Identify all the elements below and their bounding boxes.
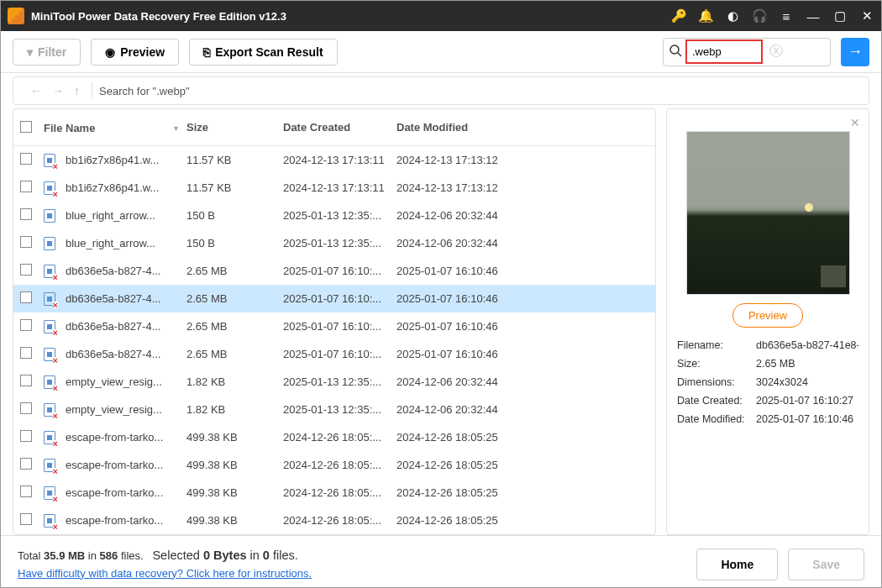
preview-open-button[interactable]: Preview: [732, 303, 803, 328]
file-name: db636e5a-b827-4...: [66, 292, 160, 305]
file-created: 2025-01-13 12:35:...: [283, 237, 396, 249]
row-checkbox[interactable]: [20, 402, 32, 414]
row-checkbox[interactable]: [20, 291, 32, 303]
globe-icon[interactable]: ◐: [725, 8, 740, 24]
preview-button[interactable]: ◉ Preview: [91, 39, 179, 66]
file-created: 2025-01-13 12:35:...: [283, 403, 396, 416]
close-icon[interactable]: ✕: [859, 8, 874, 24]
col-header-name[interactable]: File Name▾: [44, 121, 186, 135]
export-icon: ⎘: [203, 45, 210, 59]
file-size: 499.38 KB: [186, 459, 283, 471]
file-modified: 2024-12-06 20:32:44: [396, 237, 648, 249]
col-header-created[interactable]: Date Created: [283, 121, 396, 135]
col-header-size[interactable]: Size: [186, 121, 283, 135]
search-icon: [664, 44, 687, 60]
file-icon: [44, 514, 55, 528]
search-input[interactable]: [692, 45, 759, 58]
row-checkbox[interactable]: [20, 264, 32, 276]
help-link[interactable]: Have difficulty with data recovery? Clic…: [18, 567, 312, 580]
headphones-icon[interactable]: 🎧: [752, 8, 767, 24]
nav-forward-icon[interactable]: →: [47, 81, 69, 101]
row-checkbox[interactable]: [20, 181, 32, 192]
detail-value-filename: db636e5a-b827-41e8-8: [756, 339, 858, 351]
row-checkbox[interactable]: [20, 319, 32, 331]
minimize-icon[interactable]: —: [806, 8, 821, 24]
row-checkbox[interactable]: [20, 236, 32, 248]
file-icon: [44, 320, 55, 333]
svg-point-0: [670, 45, 679, 54]
eye-icon: ◉: [105, 45, 115, 59]
table-row[interactable]: bb1i6z7x86p41.w...11.57 KB2024-12-13 17:…: [13, 146, 655, 174]
row-checkbox[interactable]: [20, 208, 32, 220]
file-modified: 2024-12-13 17:13:12: [396, 154, 648, 166]
table-row[interactable]: escape-from-tarko...499.38 KB2024-12-26 …: [13, 507, 655, 534]
table-row[interactable]: escape-from-tarko...499.38 KB2024-12-26 …: [13, 479, 655, 507]
file-icon: [44, 209, 55, 223]
maximize-icon[interactable]: ▢: [832, 8, 848, 24]
table-row[interactable]: blue_right_arrow...150 B2025-01-13 12:35…: [13, 229, 655, 257]
file-icon: [44, 154, 55, 167]
table-row[interactable]: escape-from-tarko...499.38 KB2024-12-26 …: [13, 451, 655, 479]
close-preview-icon[interactable]: ✕: [850, 116, 860, 129]
file-created: 2024-12-13 17:13:11: [283, 154, 396, 166]
table-row[interactable]: db636e5a-b827-4...2.65 MB2025-01-07 16:1…: [13, 340, 655, 368]
file-name: escape-from-tarko...: [66, 514, 163, 527]
table-body[interactable]: bb1i6z7x86p41.w...11.57 KB2024-12-13 17:…: [13, 146, 655, 534]
nav-up-icon[interactable]: ↑: [69, 81, 85, 101]
file-size: 499.38 KB: [186, 514, 283, 527]
row-checkbox[interactable]: [20, 153, 32, 165]
clear-search-icon[interactable]: ⓧ: [763, 43, 790, 60]
table-row[interactable]: bb1i6z7x86p41.w...11.57 KB2024-12-13 17:…: [13, 174, 655, 202]
bell-icon[interactable]: 🔔: [698, 8, 713, 24]
file-name: escape-from-tarko...: [66, 486, 163, 499]
sort-indicator-icon: ▾: [174, 123, 178, 133]
col-header-modified[interactable]: Date Modified: [396, 121, 648, 135]
file-name: bb1i6z7x86p41.w...: [66, 154, 159, 166]
file-size: 2.65 MB: [186, 265, 283, 277]
row-checkbox[interactable]: [20, 513, 32, 525]
row-checkbox[interactable]: [20, 458, 32, 470]
file-size: 1.82 KB: [186, 403, 283, 416]
file-created: 2025-01-07 16:10:...: [283, 348, 396, 360]
file-created: 2024-12-13 17:13:11: [283, 181, 396, 194]
file-name: escape-from-tarko...: [66, 459, 163, 471]
file-name: escape-from-tarko...: [66, 431, 163, 444]
file-created: 2025-01-07 16:10:...: [283, 292, 396, 305]
file-created: 2025-01-13 12:35:...: [283, 209, 396, 222]
table-row[interactable]: db636e5a-b827-4...2.65 MB2025-01-07 16:1…: [13, 285, 655, 312]
search-go-button[interactable]: →: [841, 38, 869, 66]
filter-button[interactable]: ▾ Filter: [13, 39, 81, 66]
select-all-checkbox[interactable]: [20, 121, 32, 133]
row-checkbox[interactable]: [20, 486, 32, 497]
detail-label-dimensions: Dimensions:: [677, 376, 756, 388]
file-size: 150 B: [186, 237, 283, 249]
file-size: 2.65 MB: [186, 348, 283, 360]
file-modified: 2024-12-26 18:05:25: [396, 486, 648, 499]
table-row[interactable]: db636e5a-b827-4...2.65 MB2025-01-07 16:1…: [13, 312, 655, 340]
preview-label: Preview: [120, 45, 165, 59]
preview-thumbnail: [686, 131, 850, 295]
file-name: bb1i6z7x86p41.w...: [66, 181, 159, 194]
menu-icon[interactable]: ≡: [779, 8, 794, 24]
file-created: 2024-12-26 18:05:...: [283, 459, 396, 471]
file-name: empty_view_resig...: [66, 403, 162, 416]
table-header: File Name▾ Size Date Created Date Modifi…: [13, 109, 655, 146]
file-modified: 2024-12-13 17:13:12: [396, 181, 648, 194]
file-size: 2.65 MB: [186, 320, 283, 333]
save-button[interactable]: Save: [788, 549, 864, 580]
export-button[interactable]: ⎘ Export Scan Result: [189, 39, 337, 66]
key-icon[interactable]: 🔑: [671, 8, 686, 24]
row-checkbox[interactable]: [20, 347, 32, 359]
table-row[interactable]: blue_right_arrow...150 B2025-01-13 12:35…: [13, 202, 655, 229]
search-box[interactable]: ⓧ: [663, 38, 831, 66]
table-row[interactable]: empty_view_resig...1.82 KB2025-01-13 12:…: [13, 396, 655, 423]
file-modified: 2025-01-07 16:10:46: [396, 348, 648, 360]
table-row[interactable]: empty_view_resig...1.82 KB2025-01-13 12:…: [13, 368, 655, 396]
detail-label-modified: Date Modified:: [677, 413, 756, 425]
home-button[interactable]: Home: [696, 549, 778, 580]
row-checkbox[interactable]: [20, 375, 32, 386]
table-row[interactable]: db636e5a-b827-4...2.65 MB2025-01-07 16:1…: [13, 257, 655, 285]
row-checkbox[interactable]: [20, 430, 32, 442]
nav-back-icon[interactable]: ←: [25, 81, 47, 101]
table-row[interactable]: escape-from-tarko...499.38 KB2024-12-26 …: [13, 423, 655, 451]
